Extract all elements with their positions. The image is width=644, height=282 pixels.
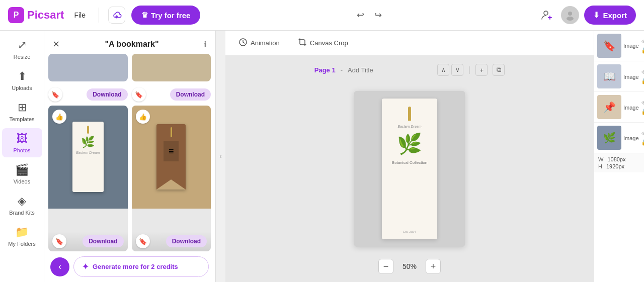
save-button-2[interactable]: 🔖 xyxy=(136,234,150,248)
layer-item-1[interactable]: 🔖 Image 👁 🔒 xyxy=(594,31,644,61)
partial-actions-row: 🔖 Download 🔖 Download xyxy=(44,85,215,106)
logo-icon: P xyxy=(8,7,24,23)
topbar-center: ↩ ↪ xyxy=(206,8,532,23)
bookmark-button-2[interactable]: 🔖 xyxy=(132,87,146,102)
page-add-button[interactable]: + xyxy=(475,64,488,76)
sidebar: ⤢ Resize ⬆ Uploads ⊞ Templates 🖼 Photos … xyxy=(0,31,44,282)
search-panel: ✕ "A bookmark" ℹ 🔖 Download 🔖 Download xyxy=(44,31,215,282)
canvas-toolbar: Animation Canvas Crop xyxy=(225,31,594,56)
sidebar-item-label: Brand Kits xyxy=(9,210,35,216)
sidebar-item-label: Videos xyxy=(14,178,30,184)
layer-size-row: W 1080px H 1920px xyxy=(594,153,644,172)
cloud-save-button[interactable] xyxy=(108,7,125,24)
save-button-1[interactable]: 🔖 xyxy=(52,234,66,248)
sidebar-item-brand[interactable]: ◈ Brand Kits xyxy=(2,191,42,220)
add-user-button[interactable] xyxy=(538,6,556,24)
width-label: W xyxy=(598,156,603,162)
sidebar-item-label: Photos xyxy=(13,147,30,153)
photo-card-1-bg: 🌿 Eastern Dream 👍 xyxy=(48,106,128,209)
canvas-content[interactable]: Page 1 - ∧ ∨ | + ⧉ Eastern Dream 🌿 xyxy=(225,56,594,282)
export-icon: ⬇ xyxy=(593,11,600,20)
sidebar-item-label: My Folders xyxy=(8,241,35,247)
download-photo-button-1[interactable]: Download xyxy=(83,235,123,247)
zoom-out-button[interactable]: − xyxy=(378,259,393,274)
zoom-controls: − 50% + xyxy=(225,259,594,274)
templates-icon: ⊞ xyxy=(18,101,27,114)
panel-title: "A bookmark" xyxy=(60,40,204,49)
sidebar-item-folders[interactable]: 📁 My Folders xyxy=(2,222,42,251)
avatar[interactable] xyxy=(561,6,579,24)
file-menu-button[interactable]: File xyxy=(70,9,90,21)
svg-point-0 xyxy=(544,11,548,15)
redo-button[interactable]: ↪ xyxy=(371,8,385,23)
page-label-bar: Page 1 - ∧ ∨ | + ⧉ xyxy=(225,64,594,76)
page-down-button[interactable]: ∨ xyxy=(451,64,463,76)
sidebar-item-label: Resize xyxy=(14,54,31,60)
canvas-crop-button[interactable]: Canvas Crop xyxy=(293,35,353,51)
layer-3-lock-button[interactable]: 🔒 xyxy=(641,108,644,115)
download-button-2[interactable]: Download xyxy=(170,88,211,101)
zoom-level: 50% xyxy=(399,262,420,270)
layer-1-eye-button[interactable]: 👁 xyxy=(641,38,644,45)
layer-4-eye-button[interactable]: 👁 xyxy=(641,130,644,137)
export-button[interactable]: ⬇ Export xyxy=(584,6,636,25)
sidebar-item-resize[interactable]: ⤢ Resize xyxy=(2,35,42,64)
bookmark-flower-icon: 🌿 xyxy=(397,132,422,156)
layer-label-4: Image xyxy=(623,135,639,141)
panel-close-button[interactable]: ✕ xyxy=(52,39,60,50)
panel-collapse-handle[interactable]: ‹ xyxy=(215,31,225,282)
page-up-button[interactable]: ∧ xyxy=(437,64,449,76)
bookmark-button-1[interactable]: 🔖 xyxy=(48,87,62,102)
width-value: 1080px xyxy=(607,156,625,162)
canvas-frame[interactable]: Eastern Dream 🌿 Botanical Collection — E… xyxy=(354,91,465,247)
generate-more-button[interactable]: ✦ Generate more for 2 credits xyxy=(73,256,209,277)
panel-info-button[interactable]: ℹ xyxy=(204,40,207,49)
generate-more-bar: ‹ ✦ Generate more for 2 credits xyxy=(44,251,215,282)
download-photo-button-2[interactable]: Download xyxy=(166,235,207,247)
layer-label-1: Image xyxy=(623,43,639,49)
layer-1-lock-button[interactable]: 🔒 xyxy=(641,47,644,54)
page-title-input[interactable] xyxy=(348,66,432,74)
page-copy-button[interactable]: ⧉ xyxy=(493,64,505,76)
like-button-2[interactable]: 👍 xyxy=(136,110,150,124)
layer-item-3[interactable]: 📌 Image 👁 🔒 xyxy=(594,92,644,123)
zoom-in-button[interactable]: + xyxy=(426,259,441,274)
layer-item-4[interactable]: 🌿 Image 👁 🔒 xyxy=(594,123,644,153)
bookmark-preview-1: 🌿 Eastern Dream xyxy=(72,122,104,192)
videos-icon: 🎬 xyxy=(15,163,29,176)
animation-icon xyxy=(238,38,248,48)
try-free-button[interactable]: ♛ Try for free xyxy=(131,6,200,25)
layer-2-lock-button[interactable]: 🔒 xyxy=(641,77,644,84)
download-button-1[interactable]: Download xyxy=(87,88,127,101)
layer-3-eye-button[interactable]: 👁 xyxy=(641,100,644,107)
partial-image-1 xyxy=(48,54,128,81)
sidebar-item-uploads[interactable]: ⬆ Uploads xyxy=(2,66,42,95)
topbar-divider xyxy=(99,8,99,23)
layer-4-lock-button[interactable]: 🔒 xyxy=(641,139,644,146)
bookmark-header-text: Eastern Dream xyxy=(393,125,425,128)
sidebar-item-label: Uploads xyxy=(12,85,32,91)
partial-action-1: 🔖 Download xyxy=(48,85,128,104)
back-button[interactable]: ‹ xyxy=(50,257,69,276)
sidebar-item-photos[interactable]: 🖼 Photos xyxy=(2,128,42,157)
folders-icon: 📁 xyxy=(15,226,29,239)
crop-icon xyxy=(298,38,307,48)
logo-text: Picsart xyxy=(27,9,64,22)
bookmark-pin-2 xyxy=(171,127,172,137)
svg-point-2 xyxy=(567,17,574,21)
logo[interactable]: P Picsart xyxy=(8,7,64,23)
layer-2-eye-button[interactable]: 👁 xyxy=(641,69,644,76)
topbar-right: ⬇ Export xyxy=(538,6,636,25)
generate-more-label: Generate more for 2 credits xyxy=(93,263,178,270)
height-label: H xyxy=(598,163,602,169)
like-button-1[interactable]: 👍 xyxy=(52,110,66,124)
main-layout: ⤢ Resize ⬆ Uploads ⊞ Templates 🖼 Photos … xyxy=(0,31,644,282)
sidebar-item-videos[interactable]: 🎬 Videos xyxy=(2,159,42,189)
animation-button[interactable]: Animation xyxy=(233,35,285,51)
bookmark-decorative-pin xyxy=(408,107,411,121)
undo-button[interactable]: ↩ xyxy=(354,8,367,23)
photo-card-2-bg: ≡ 👍 xyxy=(132,106,211,209)
bookmark-preview-2: ≡ xyxy=(156,124,186,190)
sidebar-item-templates[interactable]: ⊞ Templates xyxy=(2,97,42,126)
layer-item-2[interactable]: 📖 Image 👁 🔒 xyxy=(594,61,644,92)
